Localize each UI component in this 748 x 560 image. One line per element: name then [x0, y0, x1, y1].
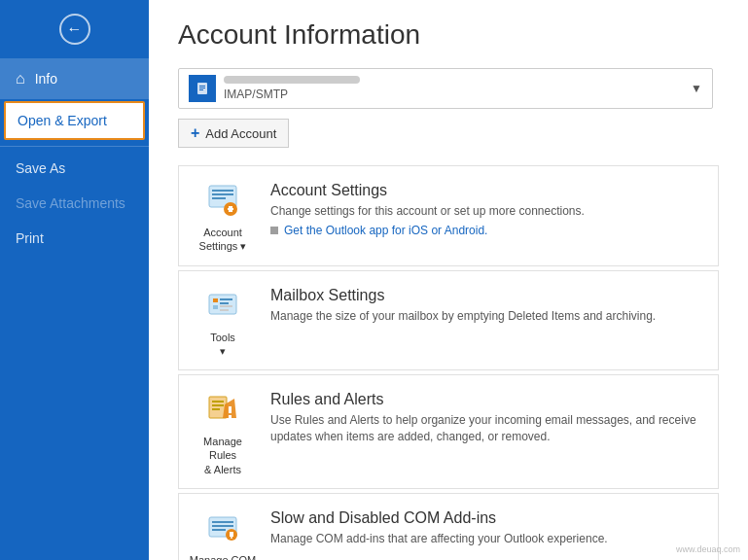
- svg-rect-13: [220, 298, 232, 300]
- com-addins-card[interactable]: Manage COMAdd-ins Slow and Disabled COM …: [178, 493, 719, 560]
- add-plus-icon: +: [191, 124, 199, 142]
- back-button[interactable]: ←: [0, 0, 149, 58]
- account-icon: [189, 75, 216, 102]
- svg-rect-14: [220, 302, 229, 304]
- sidebar-item-label: Save Attachments: [16, 195, 125, 211]
- sidebar-item-save-as[interactable]: Save As: [0, 151, 149, 186]
- sidebar: ← ⌂ Info Open & Export Save As Save Atta…: [0, 0, 149, 560]
- account-email-masked: [224, 76, 360, 84]
- svg-point-31: [231, 537, 232, 539]
- com-addins-icon-label: Manage COMAdd-ins: [190, 553, 256, 560]
- sidebar-item-info[interactable]: ⌂ Info: [0, 58, 149, 99]
- account-settings-icon: [205, 182, 240, 222]
- com-addins-icon-box: Manage COMAdd-ins: [189, 506, 257, 560]
- mailbox-icon-label: Tools▾: [210, 331, 235, 359]
- svg-rect-26: [212, 521, 233, 523]
- mailbox-settings-title: Mailbox Settings: [270, 287, 708, 304]
- svg-rect-3: [199, 89, 203, 90]
- rules-alerts-content: Rules and Alerts Use Rules and Alerts to…: [270, 387, 708, 445]
- svg-rect-2: [199, 88, 205, 88]
- sidebar-item-label: Info: [35, 71, 57, 87]
- svg-rect-20: [212, 404, 224, 406]
- mailbox-settings-icon-box: Tools▾: [189, 283, 257, 359]
- rules-alerts-card[interactable]: Manage Rules& Alerts Rules and Alerts Us…: [178, 374, 719, 489]
- main-content: Account Information IMAP/SMTP ▼ + Add Ac…: [149, 0, 748, 560]
- account-type: IMAP/SMTP: [224, 88, 683, 101]
- account-settings-title: Account Settings: [270, 182, 708, 199]
- svg-rect-21: [212, 408, 220, 410]
- svg-rect-10: [228, 208, 233, 210]
- link-icon: [270, 227, 278, 234]
- add-account-button[interactable]: + Add Account: [178, 119, 289, 148]
- svg-rect-28: [212, 529, 226, 531]
- svg-rect-6: [212, 193, 233, 195]
- com-addins-content: Slow and Disabled COM Add-ins Manage COM…: [270, 506, 708, 547]
- rules-alerts-icon: [205, 391, 240, 431]
- svg-rect-27: [212, 525, 233, 527]
- rules-alerts-desc: Use Rules and Alerts to help organize yo…: [270, 412, 708, 445]
- watermark: www.deuaq.com: [676, 544, 740, 554]
- account-info: IMAP/SMTP: [224, 76, 683, 101]
- com-addins-desc: Manage COM add-ins that are affecting yo…: [270, 531, 708, 547]
- outlook-app-link[interactable]: Get the Outlook app for iOS or Android.: [270, 224, 708, 237]
- svg-rect-12: [213, 298, 218, 302]
- sidebar-item-label: Save As: [16, 160, 65, 176]
- mailbox-settings-desc: Manage the size of your mailbox by empty…: [270, 308, 708, 325]
- svg-rect-30: [230, 532, 233, 537]
- svg-rect-23: [229, 406, 232, 413]
- mailbox-settings-card[interactable]: Tools▾ Mailbox Settings Manage the size …: [178, 270, 719, 371]
- link-text: Get the Outlook app for iOS or Android.: [284, 224, 487, 237]
- svg-rect-24: [229, 415, 232, 418]
- account-settings-icon-label: AccountSettings ▾: [199, 226, 247, 254]
- account-settings-content: Account Settings Change settings for thi…: [270, 178, 708, 237]
- svg-rect-17: [220, 309, 229, 311]
- rules-alerts-title: Rules and Alerts: [270, 391, 708, 408]
- dropdown-arrow-icon: ▼: [691, 82, 702, 95]
- svg-rect-19: [212, 401, 224, 402]
- com-addins-icon: [205, 509, 240, 549]
- back-icon: ←: [59, 14, 90, 45]
- sidebar-item-label: Print: [16, 230, 44, 246]
- add-account-label: Add Account: [205, 126, 276, 141]
- account-dropdown[interactable]: IMAP/SMTP ▼: [178, 68, 713, 109]
- svg-rect-15: [213, 305, 218, 309]
- mailbox-settings-content: Mailbox Settings Manage the size of your…: [270, 283, 708, 325]
- sidebar-item-save-attachments: Save Attachments: [0, 186, 149, 221]
- com-addins-title: Slow and Disabled COM Add-ins: [270, 509, 708, 527]
- rules-alerts-icon-label: Manage Rules& Alerts: [189, 435, 257, 476]
- account-settings-card[interactable]: AccountSettings ▾ Account Settings Chang…: [178, 165, 719, 266]
- account-settings-desc: Change settings for this account or set …: [270, 203, 708, 220]
- rules-alerts-icon-box: Manage Rules& Alerts: [189, 387, 257, 476]
- sidebar-item-print[interactable]: Print: [0, 221, 149, 256]
- svg-rect-7: [212, 197, 226, 199]
- info-cards: AccountSettings ▾ Account Settings Chang…: [178, 165, 719, 560]
- sidebar-divider: [0, 146, 149, 147]
- svg-rect-5: [212, 190, 233, 192]
- page-title: Account Information: [178, 19, 719, 51]
- svg-rect-16: [220, 305, 232, 307]
- svg-rect-1: [199, 86, 205, 87]
- sidebar-item-label: Open & Export: [18, 113, 107, 128]
- sidebar-item-open-export[interactable]: Open & Export: [4, 101, 145, 140]
- home-icon: ⌂: [16, 70, 25, 88]
- account-settings-icon-box: AccountSettings ▾: [189, 178, 257, 254]
- mailbox-settings-icon: [205, 287, 240, 327]
